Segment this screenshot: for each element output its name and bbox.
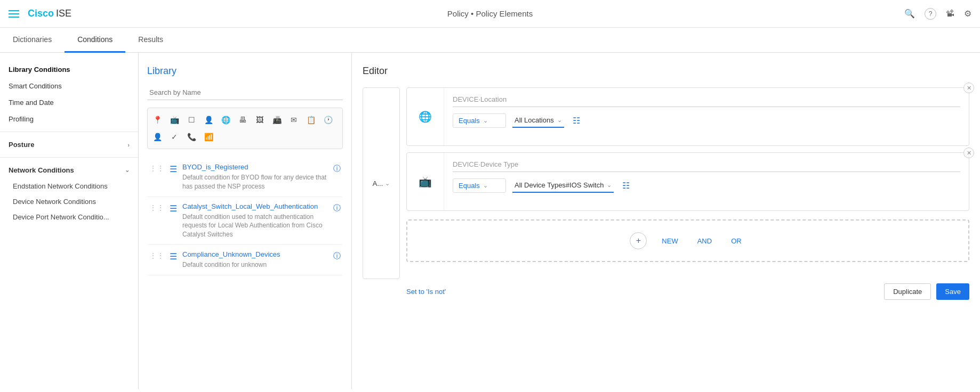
catalyst-item-icon: ☰ [170,202,177,214]
condition-2-grid-btn[interactable]: ☷ [622,181,630,191]
brand-cisco: Cisco [28,8,54,19]
toolbar-icon-check[interactable]: ✓ [167,129,182,144]
toolbar-icon-location[interactable]: 📍 [150,112,165,127]
compliance-title[interactable]: Compliance_Unknown_Devices [182,250,328,258]
editor-label-box: A... ⌄ [363,87,400,279]
condition-1-grid-btn[interactable]: ☷ [573,116,580,126]
toolbar-icon-clipboard[interactable]: 📋 [303,112,318,127]
drag-handle-catalyst[interactable]: ⋮⋮ [149,202,164,212]
condition-2-icon: 📺 [407,153,444,210]
editor-label-chevron[interactable]: ⌄ [385,180,390,187]
condition-2-value[interactable]: All Device Types#IOS Switch ⌄ [512,178,614,193]
add-condition-button[interactable]: + [630,232,647,249]
condition-2-operator[interactable]: Equals ⌄ [453,178,506,193]
editor-panel: Editor A... ⌄ ✕ 🌐 [352,53,980,389]
condition-card-2: ✕ 📺 DEVICE·Device Type Equals ⌄ All Devi [406,152,969,211]
sidebar-divider-1 [0,132,138,132]
condition-2-row: Equals ⌄ All Device Types#IOS Switch ⌄ ☷ [453,178,960,193]
condition-1-operator-text: Equals [459,117,480,125]
library-panel: Library 📍 📺 ☐ 👤 🌐 🖶 🖼 📠 ✉ 📋 🕐 👤 ✓ 📞 📶 [139,53,352,389]
brand-ise: ISE [56,8,71,19]
content-area: Library 📍 📺 ☐ 👤 🌐 🖶 🖼 📠 ✉ 📋 🕐 👤 ✓ 📞 📶 [139,53,980,389]
condition-1-operator-chevron: ⌄ [483,117,488,124]
catalyst-content: Catalyst_Switch_Local_Web_Authentication… [182,202,328,239]
condition-1-value[interactable]: All Locations ⌄ [512,113,564,128]
compliance-info-icon[interactable]: ⓘ [333,250,341,261]
byod-content: BYOD_is_Registered Default condition for… [182,163,328,191]
list-item: ⋮⋮ ☰ BYOD_is_Registered Default conditio… [147,158,343,197]
toolbar-icon-desktop[interactable]: 🖼 [252,112,267,127]
main-layout: Library Conditions Smart Conditions Time… [0,53,980,389]
drag-handle-byod[interactable]: ⋮⋮ [149,163,164,173]
drag-handle-compliance[interactable]: ⋮⋮ [149,250,164,260]
compliance-item-icon: ☰ [170,250,177,262]
icon-toolbar: 📍 📺 ☐ 👤 🌐 🖶 🖼 📠 ✉ 📋 🕐 👤 ✓ 📞 📶 [147,108,343,149]
or-condition-button[interactable]: OR [727,235,746,247]
tab-results[interactable]: Results [125,28,176,53]
toolbar-icon-user[interactable]: 👤 [150,129,165,144]
settings-icon[interactable]: ⚙ [964,9,971,19]
toolbar-icon-phone[interactable]: 📞 [184,129,199,144]
condition-1-row: Equals ⌄ All Locations ⌄ ☷ [453,113,960,128]
toolbar-icon-device[interactable]: 📺 [167,112,182,127]
editor-label-column: A... ⌄ [363,87,400,279]
toolbar-icon-clock[interactable]: 🕐 [320,112,335,127]
condition-2-operator-text: Equals [459,182,480,190]
sidebar-device-port-network[interactable]: Device Port Network Conditio... [0,209,138,225]
set-is-not-link[interactable]: Set to 'Is not' [406,288,446,296]
toolbar-icon-globe[interactable]: 🌐 [218,112,233,127]
network-conditions-label: Network Conditions [9,166,74,174]
brand-logo: Cisco ISE [28,8,71,19]
sidebar-posture[interactable]: Posture › [0,136,138,153]
catalyst-info-icon[interactable]: ⓘ [333,202,341,213]
toolbar-icon-square[interactable]: ☐ [184,112,199,127]
condition-2-operator-chevron: ⌄ [483,182,488,189]
tab-dictionaries[interactable]: Dictionaries [0,28,65,53]
sidebar-item-time-date[interactable]: Time and Date [0,94,138,111]
byod-desc: Default condition for BYOD flow for any … [182,173,328,191]
posture-label: Posture [9,141,34,149]
help-icon[interactable]: ? [925,8,936,20]
condition-1-body: DEVICE·Location Equals ⌄ All Locations ⌄ [444,88,969,145]
sidebar-item-profiling[interactable]: Profiling [0,111,138,127]
save-button[interactable]: Save [936,283,969,300]
sidebar-network-conditions[interactable]: Network Conditions ⌄ [0,162,138,178]
editor-title: Editor [363,66,969,77]
editor-bottom-bar: Set to 'Is not' Duplicate Save [406,277,969,300]
toolbar-icon-email[interactable]: ✉ [286,112,301,127]
hamburger-menu[interactable] [9,10,19,18]
toolbar-icon-group[interactable]: 👤 [201,112,216,127]
duplicate-button[interactable]: Duplicate [884,283,931,300]
close-condition-2[interactable]: ✕ [963,148,974,158]
new-condition-button[interactable]: NEW [657,235,682,247]
condition-2-value-text: All Device Types#IOS Switch [515,181,604,189]
search-input[interactable] [147,85,343,100]
search-icon[interactable]: 🔍 [904,9,915,19]
network-conditions-chevron: ⌄ [125,167,130,174]
sidebar-device-network[interactable]: Device Network Conditions [0,194,138,209]
monitor-icon[interactable]: 📽 [946,9,954,19]
toolbar-icon-fax[interactable]: 📠 [269,112,284,127]
condition-2-body: DEVICE·Device Type Equals ⌄ All Device T… [444,153,969,210]
top-nav: Cisco ISE Policy • Policy Elements 🔍 ? 📽… [0,0,980,28]
compliance-content: Compliance_Unknown_Devices Default condi… [182,250,328,270]
toolbar-icon-monitor[interactable]: 🖶 [235,112,250,127]
library-title: Library [147,66,343,77]
tab-conditions[interactable]: Conditions [65,28,125,53]
sidebar-divider-2 [0,157,138,158]
sidebar-endstation-network[interactable]: Endstation Network Conditions [0,178,138,194]
tab-bar: Dictionaries Conditions Results [0,28,980,53]
sidebar-item-smart-conditions[interactable]: Smart Conditions [0,78,138,94]
posture-chevron: › [127,142,130,148]
toolbar-icon-wifi[interactable]: 📶 [201,129,216,144]
sidebar-section-library: Library Conditions [0,61,138,78]
condition-1-operator[interactable]: Equals ⌄ [453,113,506,128]
byod-title[interactable]: BYOD_is_Registered [182,163,328,171]
condition-1-value-text: All Locations [515,116,554,124]
catalyst-title[interactable]: Catalyst_Switch_Local_Web_Authentication [182,202,328,210]
close-condition-1[interactable]: ✕ [963,83,974,93]
condition-1-icon: 🌐 [407,88,444,145]
byod-info-icon[interactable]: ⓘ [333,163,341,174]
and-condition-button[interactable]: AND [693,235,716,247]
editor-label-text: A... [373,179,383,187]
